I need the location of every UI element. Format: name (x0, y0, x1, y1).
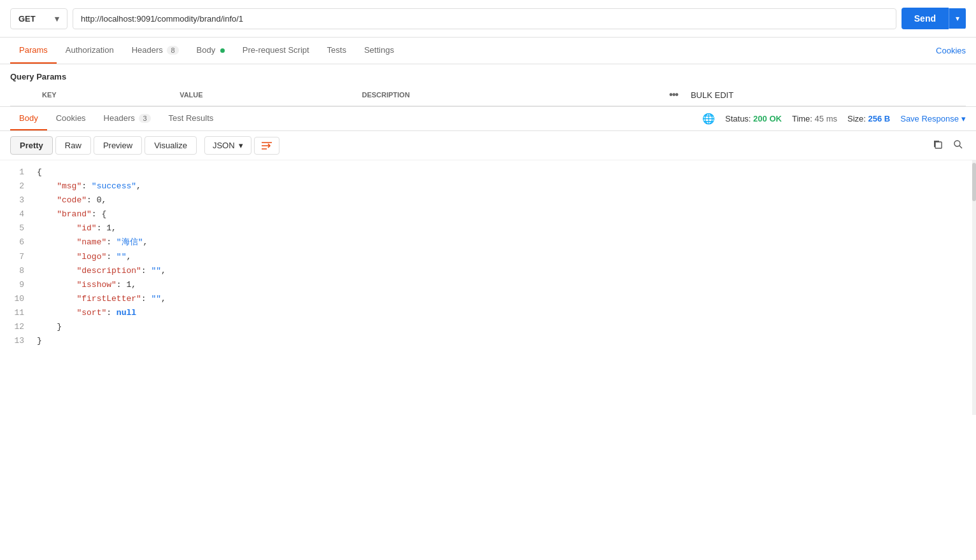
code-line: "name": "海信", (37, 235, 976, 249)
code-line: "code": 0, (37, 193, 976, 207)
code-content: { "msg": "success", "code": 0, "brand": … (32, 165, 976, 410)
search-button[interactable] (951, 137, 966, 155)
col-key: KEY (36, 84, 173, 106)
query-params-section: Query Params (0, 64, 976, 84)
headers-badge: 8 (167, 46, 178, 55)
tab-prerequest[interactable]: Pre-request Script (234, 38, 318, 64)
scrollbar-thumb[interactable] (972, 163, 976, 201)
line-number: 10 (8, 292, 24, 306)
request-tabs: Params Authorization Headers 8 Body Pre-… (0, 38, 976, 64)
format-bar: Pretty Raw Preview Visualize JSON ▾ (0, 131, 976, 160)
wrap-icon (261, 141, 272, 150)
line-number: 2 (8, 179, 24, 193)
response-tabs-bar: Body Cookies Headers 3 Test Results 🌐 St… (0, 107, 976, 131)
code-line: "id": 1, (37, 221, 976, 235)
tab-authorization[interactable]: Authorization (57, 38, 123, 64)
resp-tab-headers[interactable]: Headers 3 (95, 107, 160, 130)
tab-params[interactable]: Params (10, 38, 57, 64)
method-label: GET (18, 14, 36, 24)
copy-icon (933, 139, 943, 150)
tab-body[interactable]: Body (188, 38, 234, 64)
code-line: "sort": null (37, 306, 976, 320)
line-number: 5 (8, 221, 24, 235)
send-dropdown-button[interactable]: ▾ (949, 8, 966, 29)
format-preview-button[interactable]: Preview (94, 136, 142, 155)
resp-tab-body[interactable]: Body (10, 107, 47, 130)
svg-point-4 (954, 141, 960, 146)
line-number: 7 (8, 250, 24, 264)
code-line: } (37, 334, 976, 348)
query-params-label: Query Params (10, 72, 966, 81)
send-button-group: Send ▾ (902, 8, 966, 29)
save-response-chevron-icon: ▾ (961, 114, 966, 123)
resp-headers-badge: 3 (139, 114, 150, 123)
line-number: 4 (8, 207, 24, 221)
method-chevron-icon: ▾ (55, 14, 59, 24)
code-view: 12345678910111213 { "msg": "success", "c… (0, 160, 976, 415)
scrollbar[interactable] (972, 160, 976, 415)
time-value: 45 ms (815, 114, 837, 123)
svg-rect-3 (935, 142, 942, 148)
response-status: 🌐 Status: 200 OK Time: 45 ms Size: 256 B… (702, 113, 966, 125)
format-type-chevron-icon: ▾ (239, 141, 243, 150)
globe-icon: 🌐 (702, 113, 715, 125)
line-number: 1 (8, 165, 24, 179)
resp-tab-testresults[interactable]: Test Results (160, 107, 223, 130)
status-label: Status: 200 OK (725, 114, 782, 123)
url-bar: GET ▾ Send ▾ (0, 0, 976, 38)
format-type-label: JSON (213, 141, 235, 150)
tab-headers[interactable]: Headers 8 (123, 38, 188, 64)
line-number: 8 (8, 264, 24, 278)
url-input[interactable] (73, 8, 896, 29)
params-table: KEY VALUE DESCRIPTION ••• Bulk Edit (10, 84, 966, 106)
format-raw-button[interactable]: Raw (55, 136, 91, 155)
wrap-button[interactable] (254, 137, 279, 155)
copy-button[interactable] (930, 137, 945, 155)
resp-tab-cookies[interactable]: Cookies (47, 107, 95, 130)
code-line: "brand": { (37, 207, 976, 221)
status-value: 200 OK (753, 114, 782, 123)
search-icon (953, 139, 963, 150)
code-line: { (37, 165, 976, 179)
method-dropdown[interactable]: GET ▾ (10, 8, 67, 29)
format-visualize-button[interactable]: Visualize (145, 136, 197, 155)
code-line: "firstLetter": "", (37, 292, 976, 306)
code-line: "msg": "success", (37, 179, 976, 193)
tab-settings[interactable]: Settings (355, 38, 403, 64)
line-number: 12 (8, 320, 24, 334)
line-number: 9 (8, 278, 24, 292)
line-number: 11 (8, 306, 24, 320)
code-line: } (37, 320, 976, 334)
code-line: "logo": "", (37, 250, 976, 264)
time-label: Time: 45 ms (792, 114, 837, 123)
code-line: "description": "", (37, 264, 976, 278)
save-response-button[interactable]: Save Response ▾ (900, 114, 966, 123)
code-line: "isshow": 1, (37, 278, 976, 292)
bulk-edit-button[interactable]: Bulk Edit (691, 90, 959, 100)
svg-line-5 (959, 146, 962, 148)
line-number: 3 (8, 193, 24, 207)
body-dot-icon (220, 48, 225, 53)
size-label: Size: 256 B (847, 114, 890, 123)
format-bar-right (930, 137, 966, 155)
tab-tests[interactable]: Tests (318, 38, 355, 64)
format-pretty-button[interactable]: Pretty (10, 136, 53, 155)
line-number: 13 (8, 334, 24, 348)
line-numbers: 12345678910111213 (0, 165, 32, 410)
size-value: 256 B (868, 114, 891, 123)
line-number: 6 (8, 235, 24, 249)
col-value: VALUE (173, 84, 355, 106)
more-icon[interactable]: ••• (669, 89, 678, 100)
send-button[interactable]: Send (902, 8, 949, 29)
cookies-link[interactable]: Cookies (936, 39, 966, 62)
format-type-dropdown[interactable]: JSON ▾ (204, 136, 251, 155)
col-description: DESCRIPTION (355, 84, 663, 106)
